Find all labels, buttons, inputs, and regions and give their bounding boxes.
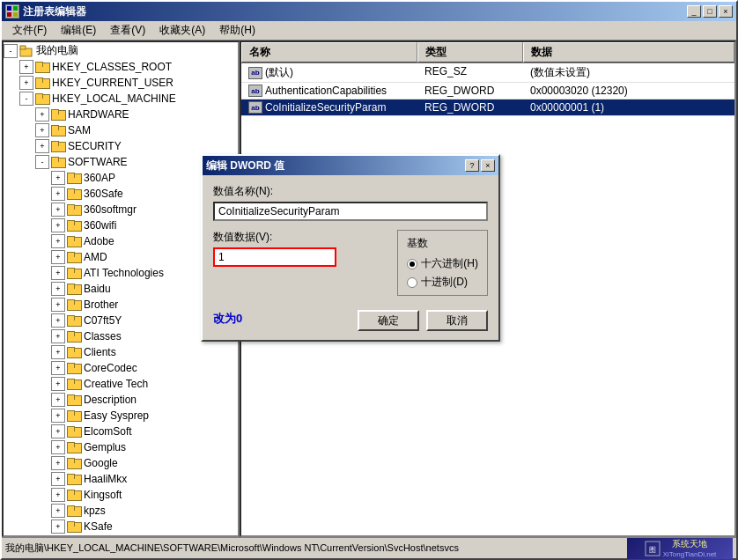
hklm-expand[interactable]: - xyxy=(19,92,33,106)
row2-name: CoInitializeSecurityParam xyxy=(265,101,386,114)
clients-expand[interactable]: + xyxy=(51,345,65,359)
corecodec-expand[interactable]: + xyxy=(51,361,65,375)
tree-item-kpzs[interactable]: + kpzs xyxy=(4,503,238,519)
classes-expand[interactable]: + xyxy=(51,329,65,343)
row1-name: AuthenticationCapabilities xyxy=(265,85,387,97)
svg-rect-1 xyxy=(13,6,18,11)
tree-item-kingsoft[interactable]: + Kingsoft xyxy=(4,487,238,503)
brother-folder-icon xyxy=(67,299,81,311)
hkcu-expand[interactable]: + xyxy=(19,76,33,90)
name-label: 数值名称(N): xyxy=(213,184,488,199)
dialog-close-button[interactable]: × xyxy=(481,159,495,172)
description-expand[interactable]: + xyxy=(51,393,65,407)
tree-item-hardware[interactable]: + HARDWARE xyxy=(4,107,238,122)
col-header-name[interactable]: 名称 xyxy=(241,42,417,63)
sam-expand[interactable]: + xyxy=(35,123,49,137)
menu-favorites[interactable]: 收藏夹(A) xyxy=(152,21,212,40)
security-expand[interactable]: + xyxy=(35,139,49,153)
minimize-button[interactable]: _ xyxy=(687,5,701,18)
table-row[interactable]: ab (默认) REG_SZ (数值未设置) xyxy=(241,63,734,83)
menu-help[interactable]: 帮助(H) xyxy=(212,21,262,40)
reg-icon-0: ab xyxy=(248,67,262,79)
360ap-folder-icon xyxy=(67,173,81,184)
dec-radio[interactable]: 十进制(D) xyxy=(407,275,478,290)
menu-file[interactable]: 文件(F) xyxy=(5,21,54,40)
dialog-title-text: 编辑 DWORD 值 xyxy=(206,158,284,173)
brother-expand[interactable]: + xyxy=(51,298,65,312)
tree-item-sam[interactable]: + SAM xyxy=(4,122,238,138)
tree-item-hkcu[interactable]: + HKEY_CURRENT_USER xyxy=(4,75,238,91)
software-expand[interactable]: - xyxy=(35,155,49,169)
dialog-title-buttons: ? × xyxy=(465,159,495,172)
amd-expand[interactable]: + xyxy=(51,250,65,264)
hklm-folder-icon xyxy=(35,93,49,105)
table-row[interactable]: ab AuthenticationCapabilities REG_DWORD … xyxy=(241,83,734,99)
tree-item-ksafe[interactable]: + KSafe xyxy=(4,519,238,534)
name-input[interactable] xyxy=(213,202,488,221)
reg-icon-2: ab xyxy=(248,101,262,114)
tree-item-easysysprep[interactable]: + Easy Sysprep xyxy=(4,408,238,424)
cancel-button[interactable]: 取消 xyxy=(426,310,488,331)
hex-radio[interactable]: 十六进制(H) xyxy=(407,256,478,271)
classes-label: Classes xyxy=(84,330,122,343)
creativetech-label: Creative Tech xyxy=(84,378,148,390)
ati-expand[interactable]: + xyxy=(51,266,65,280)
tree-item-description[interactable]: + Description xyxy=(4,392,238,408)
table-row[interactable]: ab CoInitializeSecurityParam REG_DWORD 0… xyxy=(241,99,734,116)
gemplus-expand[interactable]: + xyxy=(51,440,65,454)
360safe-expand[interactable]: + xyxy=(51,187,65,201)
amd-label: AMD xyxy=(84,251,107,263)
360softmgr-expand[interactable]: + xyxy=(51,203,65,217)
google-label: Google xyxy=(84,457,118,469)
tree-item-hklm[interactable]: - HKEY_LOCAL_MACHINE xyxy=(4,91,238,107)
hardware-expand[interactable]: + xyxy=(35,107,49,122)
hardware-folder-icon xyxy=(51,109,65,121)
root-expand[interactable]: - xyxy=(4,44,18,58)
tree-item-hkcr[interactable]: + HKEY_CLASSES_ROOT xyxy=(4,59,238,75)
adobe-expand[interactable]: + xyxy=(51,234,65,248)
row1-data: 0x00003020 (12320) xyxy=(530,85,628,97)
tree-item-elcomsoft[interactable]: + ElcomSoft xyxy=(4,424,238,439)
tree-root[interactable]: - 我的电脑 xyxy=(4,42,238,59)
menu-edit[interactable]: 编辑(E) xyxy=(54,21,103,40)
easysysprep-expand[interactable]: + xyxy=(51,409,65,423)
hkcr-expand[interactable]: + xyxy=(19,60,33,74)
tree-item-corecodec[interactable]: + CoreCodec xyxy=(4,360,238,376)
hkcu-folder-icon xyxy=(35,77,49,89)
baidu-expand[interactable]: + xyxy=(51,282,65,296)
elcomsoft-expand[interactable]: + xyxy=(51,424,65,438)
haalimkx-folder-icon xyxy=(67,474,81,485)
menu-view[interactable]: 查看(V) xyxy=(103,21,152,40)
svg-rect-5 xyxy=(20,46,26,49)
hex-label: 十六进制(H) xyxy=(421,256,478,271)
hkcr-folder-icon xyxy=(35,62,49,73)
close-button[interactable]: × xyxy=(719,5,733,18)
dialog-help-button[interactable]: ? xyxy=(465,159,479,172)
kpzs-expand[interactable]: + xyxy=(51,504,65,518)
haalimkx-label: HaaliMkx xyxy=(84,473,127,485)
c07ft5y-folder-icon xyxy=(67,315,81,327)
tree-item-security[interactable]: + SECURITY xyxy=(4,138,238,154)
kingsoft-expand[interactable]: + xyxy=(51,488,65,502)
col-header-data[interactable]: 数据 xyxy=(523,42,734,63)
haalimkx-expand[interactable]: + xyxy=(51,472,65,486)
sam-folder-icon xyxy=(51,125,65,136)
maximize-button[interactable]: □ xyxy=(703,5,717,18)
ksafe-expand[interactable]: + xyxy=(51,519,65,534)
col-header-type[interactable]: 类型 xyxy=(417,42,523,63)
tree-item-creativetech[interactable]: + Creative Tech xyxy=(4,376,238,392)
dec-label: 十进制(D) xyxy=(421,275,468,290)
status-text: 我的电脑\HKEY_LOCAL_MACHINE\SOFTWARE\Microso… xyxy=(5,542,624,555)
creativetech-expand[interactable]: + xyxy=(51,377,65,391)
360ap-expand[interactable]: + xyxy=(51,171,65,185)
ok-button[interactable]: 确定 xyxy=(358,310,419,331)
360wifi-expand[interactable]: + xyxy=(51,218,65,232)
google-expand[interactable]: + xyxy=(51,456,65,470)
c07ft5y-expand[interactable]: + xyxy=(51,313,65,328)
watermark: 图 系统天地 XiTongTianDi.net xyxy=(627,538,733,559)
tree-item-gemplus[interactable]: + Gemplus xyxy=(4,439,238,455)
tree-item-google[interactable]: + Google xyxy=(4,455,238,471)
tree-item-clients[interactable]: + Clients xyxy=(4,344,238,360)
value-input[interactable] xyxy=(213,247,336,267)
tree-item-haalimkx[interactable]: + HaaliMkx xyxy=(4,471,238,487)
